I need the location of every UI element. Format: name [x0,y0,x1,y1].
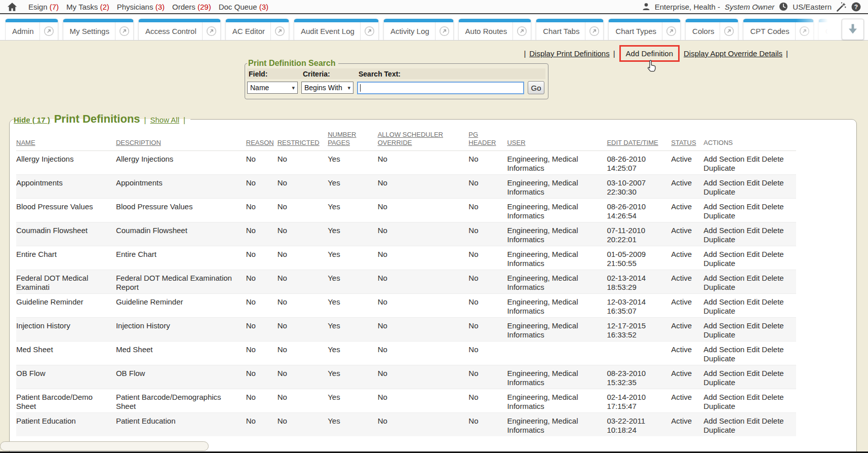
row-action-duplicate[interactable]: Duplicate [703,426,735,434]
row-action-duplicate[interactable]: Duplicate [703,330,735,339]
column-header-allow-scheduler-override[interactable]: ALLOW SCHEDULER OVERRIDE [378,129,469,151]
row-action-add-section[interactable]: Add Section [703,345,744,354]
column-header-edit-date-time[interactable]: EDIT DATE/TIME [607,129,671,151]
launch-icon[interactable] [720,22,738,40]
row-action-add-section[interactable]: Add Section [703,417,744,425]
tab-access-control[interactable]: Access Control [138,19,221,40]
column-header-number-pages[interactable]: NUMBER PAGES [328,129,377,151]
row-action-edit[interactable]: Edit [746,155,760,163]
launch-icon[interactable] [512,22,531,40]
link-display-print-definitions[interactable]: Display Print Definitions [529,49,609,58]
tab-ac-editor[interactable]: AC Editor [225,19,289,40]
launch-icon[interactable] [585,22,603,40]
column-header-name[interactable]: NAME [16,129,116,151]
tab-chart-types[interactable]: Chart Types [608,19,681,40]
row-action-add-section[interactable]: Add Section [703,155,744,163]
column-header-pg-header[interactable]: PG HEADER [468,129,507,151]
row-action-duplicate[interactable]: Duplicate [703,235,735,244]
topnav-item-my-tasks[interactable]: My Tasks (2) [66,3,109,11]
row-action-edit[interactable]: Edit [746,417,760,425]
tab-cpt-codes[interactable]: CPT Codes [743,19,813,40]
criteria-select[interactable]: Begins With ▾ [301,82,353,94]
home-button[interactable] [7,2,17,12]
row-action-delete[interactable]: Delete [762,274,783,282]
launch-icon[interactable] [662,22,680,40]
row-action-edit[interactable]: Edit [746,202,760,211]
clock-icon[interactable] [779,2,788,11]
row-action-duplicate[interactable]: Duplicate [703,283,735,291]
show-all-link[interactable]: Show All [150,116,179,124]
horizontal-scrollbar[interactable] [0,441,209,451]
go-button[interactable]: Go [528,81,544,94]
row-action-add-section[interactable]: Add Section [703,250,744,258]
tab-audit-event-log[interactable]: Audit Event Log [294,19,379,40]
launch-icon[interactable] [795,22,813,40]
topnav-item-esign[interactable]: Esign (7) [28,3,59,11]
row-action-delete[interactable]: Delete [762,345,783,354]
launch-icon[interactable] [270,22,289,40]
row-action-add-section[interactable]: Add Section [703,297,744,306]
row-action-edit[interactable]: Edit [746,250,760,258]
row-action-delete[interactable]: Delete [762,417,783,425]
row-action-delete[interactable]: Delete [762,393,783,401]
hide-link[interactable]: Hide ( 17 ) [14,116,50,124]
row-action-delete[interactable]: Delete [762,369,783,378]
row-action-duplicate[interactable]: Duplicate [703,211,735,220]
row-action-add-section[interactable]: Add Section [703,178,744,187]
launch-icon[interactable] [115,22,133,40]
row-action-delete[interactable]: Delete [762,178,783,187]
row-action-duplicate[interactable]: Duplicate [703,307,735,315]
tab-overflow-button[interactable] [842,19,864,40]
row-action-edit[interactable]: Edit [746,178,760,187]
launch-icon[interactable] [435,22,453,40]
row-action-duplicate[interactable]: Duplicate [703,259,735,268]
row-action-delete[interactable]: Delete [762,250,783,258]
wand-icon[interactable] [836,2,847,12]
row-action-duplicate[interactable]: Duplicate [703,354,735,363]
row-action-duplicate[interactable]: Duplicate [703,187,735,196]
launch-icon[interactable] [202,22,220,40]
column-header-restricted[interactable]: RESTRICTED [278,129,328,151]
column-header-status[interactable]: STATUS [671,129,703,151]
link-add-definition[interactable]: Add Definition [626,49,673,58]
launch-icon[interactable] [360,22,378,40]
launch-icon[interactable] [40,22,58,40]
row-action-edit[interactable]: Edit [746,226,760,235]
column-header-description[interactable]: DESCRIPTION [116,129,246,151]
link-display-appt-override-details[interactable]: Display Appt Override Details [684,49,782,58]
row-action-edit[interactable]: Edit [746,297,760,306]
row-action-edit[interactable]: Edit [746,321,760,330]
topnav-item-orders[interactable]: Orders (29) [172,3,211,11]
column-header-reason[interactable]: REASON [246,129,278,151]
row-action-delete[interactable]: Delete [762,321,783,330]
row-action-edit[interactable]: Edit [746,274,760,282]
search-text-input[interactable] [357,82,524,94]
row-action-duplicate[interactable]: Duplicate [703,402,735,410]
row-action-delete[interactable]: Delete [762,226,783,235]
tab-activity-log[interactable]: Activity Log [383,19,454,40]
topnav-item-doc-queue[interactable]: Doc Queue (3) [219,3,268,11]
row-action-add-section[interactable]: Add Section [703,321,744,330]
tab-chart-tabs[interactable]: Chart Tabs [536,19,604,40]
tab-auto-routes[interactable]: Auto Routes [458,19,532,40]
tab-admin[interactable]: Admin [5,19,58,40]
help-icon[interactable]: ? [851,2,861,12]
tab-cpt-requirements[interactable]: CPT Requirements [818,19,838,40]
row-action-add-section[interactable]: Add Section [703,393,744,401]
row-action-edit[interactable]: Edit [746,393,760,401]
row-action-delete[interactable]: Delete [762,155,783,163]
row-action-edit[interactable]: Edit [746,345,760,354]
column-header-user[interactable]: USER [507,129,607,151]
row-action-add-section[interactable]: Add Section [703,274,744,282]
topnav-item-physicians[interactable]: Physicians (3) [117,3,165,11]
tab-my-settings[interactable]: My Settings [63,19,134,40]
row-action-delete[interactable]: Delete [762,297,783,306]
row-action-add-section[interactable]: Add Section [703,369,744,378]
row-action-duplicate[interactable]: Duplicate [703,164,735,172]
tab-colors[interactable]: Colors [685,19,738,40]
row-action-duplicate[interactable]: Duplicate [703,378,735,387]
user-icon[interactable] [642,3,650,11]
row-action-edit[interactable]: Edit [746,369,760,378]
field-select[interactable]: Name ▾ [247,82,298,94]
row-action-add-section[interactable]: Add Section [703,226,744,235]
